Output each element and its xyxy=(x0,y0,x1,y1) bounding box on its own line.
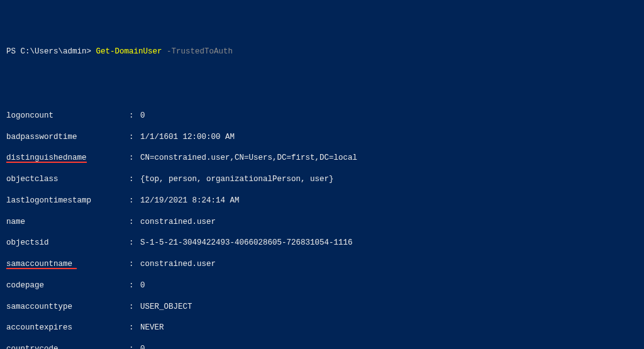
prop-label: accountexpires xyxy=(6,323,129,333)
prop-label: logoncount xyxy=(6,111,129,121)
colon: : xyxy=(129,153,140,163)
highlight-underline: samaccountname xyxy=(6,260,72,269)
prop-label: objectsid xyxy=(6,238,129,248)
prop-label: name xyxy=(6,217,129,228)
prop-label: objectclass xyxy=(6,174,129,185)
prop-value: NEVER xyxy=(140,323,164,333)
property-row: distinguishedname: CN=constrained.user,C… xyxy=(6,153,638,163)
prop-label: samaccountname xyxy=(6,259,129,270)
prompt-line[interactable]: PS C:\Users\admin> Get-DomainUser -Trust… xyxy=(6,47,638,57)
prop-label: countrycode xyxy=(6,344,129,349)
colon: : xyxy=(129,174,140,185)
prop-value: USER_OBJECT xyxy=(140,302,192,313)
prop-label: samaccounttype xyxy=(6,302,129,313)
property-row: samaccountname: constrained.user xyxy=(6,259,638,270)
prop-value: 0 xyxy=(140,280,145,291)
colon: : xyxy=(129,111,140,121)
colon: : xyxy=(129,238,140,248)
property-row: name: constrained.user xyxy=(6,217,638,228)
colon: : xyxy=(129,280,140,291)
colon: : xyxy=(129,344,140,349)
property-row: logoncount: 0 xyxy=(6,111,638,121)
prop-value: constrained.user xyxy=(140,259,216,270)
prop-value: CN=constrained.user,CN=Users,DC=first,DC… xyxy=(140,153,357,163)
property-row: objectsid: S-1-5-21-3049422493-406602860… xyxy=(6,238,638,248)
colon: : xyxy=(129,196,140,206)
prop-value: constrained.user xyxy=(140,217,216,228)
prop-value: 0 xyxy=(140,344,145,349)
colon: : xyxy=(129,302,140,313)
colon: : xyxy=(129,259,140,270)
prop-value: 1/1/1601 12:00:00 AM xyxy=(140,132,235,143)
prop-label: lastlogontimestamp xyxy=(6,196,129,206)
prop-label: badpasswordtime xyxy=(6,132,129,143)
prop-value: {top, person, organizationalPerson, user… xyxy=(140,174,334,185)
prompt-param: -TrustedToAuth xyxy=(162,47,233,56)
property-row: samaccounttype: USER_OBJECT xyxy=(6,302,638,313)
property-row: accountexpires: NEVER xyxy=(6,323,638,333)
colon: : xyxy=(129,132,140,143)
colon: : xyxy=(129,323,140,333)
blank-line xyxy=(6,80,638,89)
highlight-underline: distinguishedname xyxy=(6,153,87,162)
property-row: codepage: 0 xyxy=(6,280,638,291)
property-row: lastlogontimestamp: 12/19/2021 8:24:14 A… xyxy=(6,196,638,206)
prompt-prefix: PS C:\Users\admin> xyxy=(6,47,96,56)
property-row: countrycode: 0 xyxy=(6,344,638,349)
property-row: badpasswordtime: 1/1/1601 12:00:00 AM xyxy=(6,132,638,143)
prop-value: S-1-5-21-3049422493-4066028605-726831054… xyxy=(140,238,353,248)
prop-label: distinguishedname xyxy=(6,153,129,163)
prompt-cmdlet: Get-DomainUser xyxy=(96,47,162,56)
colon: : xyxy=(129,217,140,228)
property-row: objectclass: {top, person, organizationa… xyxy=(6,174,638,185)
prop-value: 12/19/2021 8:24:14 AM xyxy=(140,196,240,206)
prop-label: codepage xyxy=(6,280,129,291)
prop-value: 0 xyxy=(140,111,145,121)
